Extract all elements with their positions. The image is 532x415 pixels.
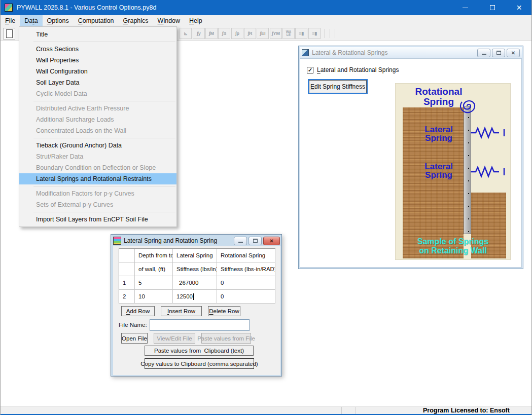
menu-item-wall-properties[interactable]: Wall Properties — [19, 55, 176, 66]
row-header: 1 — [119, 276, 135, 290]
menu-item-cross-sections[interactable]: Cross Sections — [19, 44, 176, 55]
menu-help[interactable]: Help — [185, 15, 207, 26]
p-plot-icon[interactable]: ∫p — [231, 28, 243, 39]
table-cell-lateral-1[interactable]: 267000 — [173, 276, 217, 290]
menu-item-lateral-springs[interactable]: Lateral Springs and Rotational Restraint… — [19, 173, 176, 184]
child-maximize-button[interactable] — [492, 49, 505, 57]
minimize-icon — [482, 54, 486, 55]
lateral-spring-rotation-spring-dialog: Lateral Spring and Rotation Spring ✕ Dep… — [111, 234, 282, 376]
menu-separator — [33, 186, 175, 186]
lateral-spring-icon-1 — [471, 126, 506, 139]
table-cell-rotational-1[interactable]: 0 — [217, 276, 275, 290]
table-header: Lateral Spring — [173, 249, 217, 262]
new-file-button[interactable] — [3, 28, 15, 40]
maximize-icon — [496, 51, 501, 55]
table-header: Rotational Spring — [217, 249, 275, 262]
lateral-rotational-springs-window: Lateral & Rotational Springs ✕ ✓ Lateral… — [298, 46, 523, 269]
dialog-content: Depth from top Lateral Spring Rotational… — [113, 246, 280, 375]
child-close-button[interactable]: ✕ — [507, 49, 520, 57]
menu-data[interactable]: Data — [20, 15, 42, 26]
menu-item-import-encpt[interactable]: Import Soil Layers from EnCPT Soil File — [19, 214, 176, 225]
lateral-spring-icon-2 — [471, 165, 506, 178]
child-minimize-button[interactable] — [477, 49, 490, 57]
paste-values-from-clipboard-button[interactable]: Paste values from Clipboard (text) — [145, 346, 254, 356]
insert-row-button[interactable]: Insert Row — [161, 306, 202, 316]
list-output-1-icon[interactable]: ≡▮ — [295, 28, 307, 39]
table-header: Stiffness (lbs-in/RAD) — [217, 262, 275, 276]
y-plot-icon[interactable]: ∫y — [193, 28, 205, 39]
dialog-title: Lateral Spring and Rotation Spring — [124, 237, 232, 244]
menu-item-distributed-active-earth-pressure: Distributed Active Earth Pressure — [19, 103, 176, 114]
menu-item-tieback-data[interactable]: Tieback (Ground Anchor) Data — [19, 140, 176, 151]
open-file-button[interactable]: Open File — [121, 333, 148, 344]
table-cell-depth-1[interactable]: 5 — [135, 276, 173, 290]
close-button[interactable]: ✕ — [506, 0, 532, 15]
menu-file[interactable]: File — [1, 15, 20, 26]
text-caret — [193, 293, 194, 300]
table-cell-rotational-2[interactable]: 0 — [217, 290, 275, 304]
menu-item-modification-factors: Modification Factors for p-y Curves — [19, 188, 176, 199]
license-status-text: Program Licensed to: Ensoft — [423, 407, 510, 414]
menu-separator — [33, 138, 175, 138]
menu-item-title[interactable]: Title — [19, 29, 176, 40]
menu-item-external-py-curves: Sets of External p-y Curves — [19, 199, 176, 210]
shear-plot-icon[interactable]: ∫S — [218, 28, 230, 39]
menu-item-concentrated-loads-on-wall: Concentrated Loads on the Wall — [19, 125, 176, 136]
edit-spring-stiffness-button[interactable]: Edit Spring Stiffness — [309, 80, 367, 93]
menu-item-soil-layer-data[interactable]: Soil Layer Data — [19, 77, 176, 88]
menu-options[interactable]: Options — [43, 15, 74, 26]
view-edit-file-button: View/Edit File — [154, 333, 195, 344]
table-cell-depth-2[interactable]: 10 — [135, 290, 173, 304]
maximize-icon — [253, 239, 258, 243]
wale-plot-icon[interactable]: WA LE — [282, 28, 295, 39]
table-header: Depth from top — [135, 249, 173, 262]
minimize-button[interactable] — [452, 0, 479, 15]
dialog-minimize-button[interactable] — [234, 237, 247, 245]
title-bar: PYWALL 2025.8.1 - Various Control Option… — [1, 0, 532, 15]
add-row-button[interactable]: Add Row — [121, 306, 155, 316]
menu-separator — [33, 101, 175, 101]
reaction-plot-icon[interactable]: ∫R — [244, 28, 256, 39]
table-header: of wall, (ft) — [135, 262, 173, 276]
lateral-rotational-springs-checkbox[interactable]: ✓ — [307, 67, 313, 73]
profile-plot-icon[interactable]: ⊾ — [180, 28, 192, 39]
menu-item-boundary-condition: Boundary Condition on Deflection or Slop… — [19, 162, 176, 173]
maximize-button[interactable] — [479, 0, 506, 15]
checkbox-label: Lateral and Rotational Springs — [317, 66, 399, 73]
toolbar-separator — [325, 29, 325, 38]
menu-item-additional-surcharge-loads: Additional Surcharge Loads — [19, 114, 176, 125]
ym-plot-icon[interactable]: ∫YM — [270, 28, 282, 39]
check-icon: ✓ — [308, 67, 312, 73]
moment-plot-icon[interactable]: ∫M — [205, 28, 218, 39]
child-window-client: ✓ Lateral and Rotational Springs Edit Sp… — [300, 58, 522, 268]
file-name-input[interactable] — [150, 319, 250, 331]
lateral-spring-label-1: Lateral Spring — [416, 125, 462, 142]
dialog-titlebar[interactable]: Lateral Spring and Rotation Spring ✕ — [111, 235, 281, 246]
ei-plot-icon[interactable]: ∫EI — [257, 28, 269, 39]
menu-item-strut-raker-data: Strut/Raker Data — [19, 151, 176, 162]
delete-row-button[interactable]: Delete Row — [208, 306, 240, 316]
table-corner-cell — [119, 262, 135, 276]
list-output-2-icon[interactable]: ≡▮ — [308, 28, 321, 39]
menu-graphics[interactable]: Graphics — [119, 15, 153, 26]
close-icon: ✕ — [516, 4, 522, 12]
dialog-maximize-button[interactable] — [249, 237, 262, 245]
rotational-spring-label: Rotational Spring — [408, 87, 470, 107]
menu-window[interactable]: Window — [153, 15, 185, 26]
menu-separator — [33, 42, 175, 42]
child-window-title: Lateral & Rotational Springs — [312, 49, 476, 56]
close-icon: ✕ — [269, 238, 273, 244]
retaining-wall — [464, 106, 471, 234]
minimize-icon — [238, 242, 243, 243]
menu-item-wall-configuration[interactable]: Wall Configuration — [19, 66, 176, 77]
menu-computation[interactable]: Computation — [74, 15, 119, 26]
pywall-main-window: PYWALL 2025.8.1 - Various Control Option… — [0, 0, 532, 415]
paste-values-from-file-button: Paste values from File — [201, 333, 251, 344]
row-header: 2 — [119, 290, 135, 304]
statusbar-divider — [356, 407, 356, 414]
child-window-icon — [302, 49, 309, 56]
child-window-titlebar[interactable]: Lateral & Rotational Springs ✕ — [300, 47, 522, 58]
dialog-close-button[interactable]: ✕ — [263, 237, 280, 245]
copy-values-to-clipboard-button[interactable]: Copy values to Clipboard (comma separate… — [145, 358, 254, 369]
table-cell-lateral-2-editing[interactable]: 12500 — [173, 290, 217, 304]
